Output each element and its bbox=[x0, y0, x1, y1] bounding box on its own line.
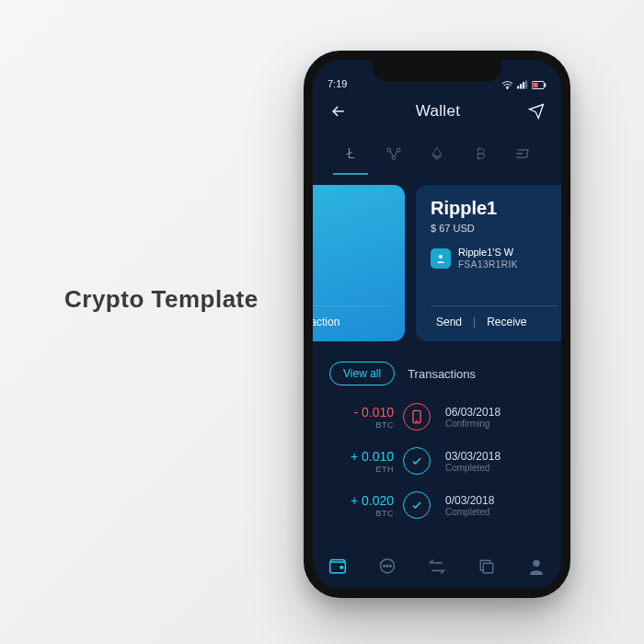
tx-status: Completed bbox=[445, 463, 545, 473]
phone-screen: 7:19 Wallet bbox=[313, 60, 561, 589]
nav-wallet-icon[interactable] bbox=[327, 556, 349, 578]
tab-ripple[interactable] bbox=[380, 140, 408, 167]
wallet-card-name: LET 001 bbox=[313, 280, 390, 293]
tx-unit: ETH bbox=[329, 465, 394, 474]
back-button[interactable] bbox=[329, 102, 348, 121]
transactions-header: View all Transactions bbox=[313, 356, 561, 395]
page-headline: Crypto Template bbox=[64, 285, 259, 314]
transaction-row[interactable]: + 0.010 ETH 03/03/2018 Completed bbox=[329, 439, 545, 483]
tx-status: Confirming bbox=[445, 419, 545, 429]
bottom-nav bbox=[313, 545, 561, 589]
signal-icon bbox=[517, 80, 528, 89]
svg-rect-3 bbox=[523, 82, 524, 89]
wallet-card-litecoin[interactable]: LET 001 N324DSA | Transaction bbox=[313, 185, 405, 341]
tab-dash[interactable] bbox=[510, 140, 537, 167]
wallet-card-usd: $ 67 USD bbox=[431, 223, 558, 234]
nav-profile-icon[interactable] bbox=[525, 556, 547, 578]
device-icon bbox=[403, 403, 431, 431]
app-bar: Wallet bbox=[313, 91, 561, 132]
svg-rect-2 bbox=[520, 84, 522, 88]
view-all-button[interactable]: View all bbox=[329, 362, 395, 385]
coin-tabs bbox=[313, 132, 561, 170]
tx-status: Completed bbox=[445, 507, 545, 517]
tx-amount: - 0.010 bbox=[353, 405, 394, 420]
tx-amount: + 0.010 bbox=[351, 449, 394, 464]
tx-date: 03/03/2018 bbox=[445, 450, 545, 463]
wallet-card-name: Ripple1 bbox=[431, 198, 558, 219]
svg-point-18 bbox=[386, 565, 388, 567]
nav-chat-icon[interactable] bbox=[376, 556, 398, 578]
tx-amount: + 0.020 bbox=[351, 493, 394, 508]
phone-frame: 7:19 Wallet bbox=[304, 51, 570, 598]
svg-point-10 bbox=[392, 156, 396, 160]
wallet-holder-hash: FSA13R1RIK bbox=[458, 259, 518, 270]
tx-unit: BTC bbox=[329, 509, 394, 518]
wallet-card-ripple[interactable]: Ripple1 $ 67 USD Ripple1'S W FSA13R1RIK … bbox=[416, 185, 561, 341]
tab-litecoin[interactable] bbox=[337, 140, 364, 167]
svg-point-15 bbox=[340, 567, 343, 569]
check-icon bbox=[403, 447, 431, 475]
wifi-icon bbox=[501, 80, 513, 89]
battery-icon bbox=[532, 81, 546, 89]
svg-point-21 bbox=[533, 560, 540, 568]
tx-unit: BTC bbox=[329, 420, 394, 430]
svg-rect-1 bbox=[517, 86, 519, 89]
status-time: 7:19 bbox=[328, 78, 347, 89]
svg-point-11 bbox=[439, 255, 443, 259]
svg-rect-7 bbox=[545, 83, 546, 86]
svg-point-19 bbox=[390, 565, 392, 567]
page-title: Wallet bbox=[416, 102, 460, 121]
transaction-row[interactable]: - 0.010 BTC 06/03/2018 Confirming bbox=[329, 395, 545, 439]
svg-point-0 bbox=[507, 88, 508, 89]
svg-rect-6 bbox=[533, 82, 537, 86]
card-action-transaction[interactable]: Transaction bbox=[313, 316, 345, 328]
nav-copy-icon[interactable] bbox=[476, 556, 498, 578]
send-icon[interactable] bbox=[528, 103, 545, 120]
tab-ethereum[interactable] bbox=[423, 140, 451, 167]
wallet-holder: Ripple1'S W bbox=[458, 247, 518, 258]
wallet-cards[interactable]: LET 001 N324DSA | Transaction Ripple1 $ … bbox=[313, 170, 561, 356]
tx-date: 0/03/2018 bbox=[445, 494, 545, 507]
phone-notch bbox=[373, 60, 501, 82]
svg-rect-4 bbox=[525, 81, 527, 89]
wallet-card-hash: N324DSA bbox=[313, 295, 390, 305]
card-action-receive[interactable]: Receive bbox=[481, 316, 532, 328]
tab-bitcoin[interactable] bbox=[466, 140, 494, 167]
nav-exchange-icon[interactable] bbox=[426, 556, 448, 578]
transactions-list: - 0.010 BTC 06/03/2018 Confirming + 0.01… bbox=[313, 395, 561, 527]
contact-icon bbox=[431, 248, 451, 269]
transactions-title: Transactions bbox=[408, 367, 476, 381]
tx-date: 06/03/2018 bbox=[445, 406, 545, 419]
svg-rect-20 bbox=[483, 563, 493, 573]
check-icon bbox=[403, 491, 431, 519]
card-action-send[interactable]: Send bbox=[431, 316, 467, 328]
svg-point-17 bbox=[384, 565, 385, 567]
transaction-row[interactable]: + 0.020 BTC 0/03/2018 Completed bbox=[329, 483, 545, 527]
